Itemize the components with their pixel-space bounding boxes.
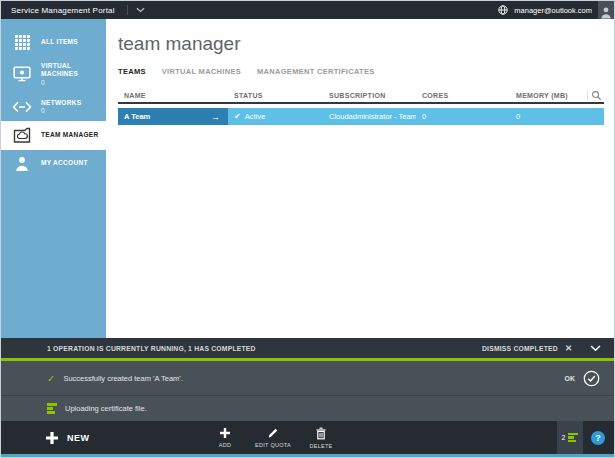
table-header: NAME STATUS SUBSCRIPTION CORES MEMORY (M… — [118, 89, 604, 104]
edit-quota-label: EDIT QUOTA — [255, 442, 291, 448]
notification-progress: Uploading certificate file. — [1, 396, 614, 421]
command-bar: NEW ADD EDIT QUOTA DELETE 2 ? — [1, 421, 614, 454]
column-header-status[interactable]: STATUS — [228, 92, 323, 99]
sidebar-item-label: TEAM MANAGER — [41, 131, 98, 139]
command-group: ADD EDIT QUOTA DELETE — [204, 421, 342, 454]
page-title: team manager — [118, 33, 604, 55]
delete-button[interactable]: DELETE — [300, 427, 342, 449]
plus-icon — [45, 431, 59, 445]
tab-management-certificates[interactable]: MANAGEMENT CERTIFICATES — [257, 67, 375, 76]
check-icon: ✔ — [234, 112, 241, 121]
operations-summary: 1 OPERATION IS CURRENTLY RUNNING, 1 HAS … — [47, 345, 256, 352]
row-name-cell: A Team → — [118, 108, 228, 125]
tab-teams[interactable]: TEAMS — [118, 67, 146, 76]
column-header-name[interactable]: NAME — [118, 92, 228, 99]
service-management-portal-window: Service Management Portal manager@outloo… — [0, 0, 615, 458]
collapse-chevron-icon[interactable] — [590, 345, 601, 352]
main-content: team manager TEAMS VIRTUAL MACHINES MANA… — [106, 19, 614, 338]
sidebar: ALL ITEMS VIRTUAL MACHINES 0 NETWORKS — [1, 19, 106, 338]
row-arrow-icon[interactable]: → — [211, 112, 220, 122]
column-header-cores[interactable]: CORES — [416, 92, 510, 99]
bottom-accent-strip — [1, 454, 614, 457]
network-brackets-icon — [12, 101, 32, 113]
person-icon — [600, 6, 612, 19]
operations-count-button[interactable]: 2 — [557, 421, 583, 454]
table-row[interactable]: A Team → ✔ Active Cloudadministrator - T… — [118, 108, 604, 125]
person-icon — [12, 156, 32, 171]
sidebar-item-my-account[interactable]: MY ACCOUNT — [1, 150, 106, 177]
sidebar-item-count: 0 — [41, 79, 102, 87]
tab-virtual-machines[interactable]: VIRTUAL MACHINES — [162, 67, 241, 76]
column-header-memory[interactable]: MEMORY (MB) — [510, 92, 587, 99]
user-email[interactable]: manager@outlook.com — [514, 6, 592, 15]
status-text: Active — [245, 112, 265, 121]
notification-success: ✓ Successfully created team 'A Team'. OK — [1, 361, 614, 396]
help-button[interactable]: ? — [591, 431, 605, 445]
globe-icon — [498, 5, 508, 15]
clipboard-cloud-icon — [12, 127, 32, 144]
plus-icon — [219, 427, 231, 439]
ok-button[interactable]: OK — [565, 370, 601, 387]
operations-count: 2 — [562, 434, 566, 441]
topbar-divider — [127, 5, 128, 15]
ok-label: OK — [565, 375, 576, 382]
row-spacer-cell — [587, 108, 604, 125]
row-subscription-cell: Cloudadministrator - Team Mana... — [323, 108, 416, 125]
avatar[interactable] — [598, 1, 614, 19]
column-header-subscription[interactable]: SUBSCRIPTION — [323, 92, 416, 99]
operations-bar: 1 OPERATION IS CURRENTLY RUNNING, 1 HAS … — [1, 338, 614, 358]
row-status-cell: ✔ Active — [228, 108, 323, 125]
dismiss-completed-button[interactable]: DISMISS COMPLETED ✕ — [482, 343, 572, 353]
chevron-down-icon — [136, 7, 145, 13]
sidebar-item-count: 0 — [41, 107, 81, 115]
portal-menu-chevron[interactable] — [136, 7, 145, 13]
sidebar-item-label: NETWORKS — [41, 99, 81, 107]
ok-circle-check-icon — [583, 370, 600, 387]
team-name: A Team — [124, 112, 150, 121]
monitor-icon — [12, 66, 32, 82]
row-memory-cell: 0 — [510, 108, 587, 125]
body: ALL ITEMS VIRTUAL MACHINES 0 NETWORKS — [1, 19, 614, 338]
sidebar-item-label: ALL ITEMS — [41, 38, 78, 46]
new-button[interactable]: NEW — [1, 431, 90, 445]
sidebar-item-team-manager[interactable]: TEAM MANAGER — [1, 121, 106, 150]
tab-bar: TEAMS VIRTUAL MACHINES MANAGEMENT CERTIF… — [118, 67, 604, 76]
grid-icon — [12, 35, 32, 50]
edit-quota-button[interactable]: EDIT QUOTA — [252, 427, 294, 448]
row-cores-cell: 0 — [416, 108, 510, 125]
add-label: ADD — [219, 442, 232, 448]
notification-message: Successfully created team 'A Team'. — [63, 374, 182, 383]
running-operation-icon — [568, 433, 578, 443]
success-check-icon: ✓ — [47, 373, 55, 384]
delete-label: DELETE — [309, 443, 332, 449]
running-operation-icon — [47, 403, 57, 414]
dismiss-completed-label: DISMISS COMPLETED — [482, 345, 558, 352]
portal-title: Service Management Portal — [11, 6, 115, 15]
trash-icon — [315, 427, 327, 440]
topbar-account-area: manager@outlook.com — [498, 1, 614, 19]
command-bar-right: 2 ? — [557, 421, 614, 454]
sidebar-item-label: VIRTUAL MACHINES — [41, 62, 102, 79]
new-label: NEW — [67, 433, 90, 443]
pencil-icon — [267, 427, 279, 439]
sidebar-item-networks[interactable]: NETWORKS 0 — [1, 93, 106, 121]
search-icon — [591, 90, 602, 101]
sidebar-item-all-items[interactable]: ALL ITEMS — [1, 29, 106, 56]
notification-message: Uploading certificate file. — [65, 404, 147, 413]
sidebar-item-virtual-machines[interactable]: VIRTUAL MACHINES 0 — [1, 56, 106, 93]
top-bar: Service Management Portal manager@outloo… — [1, 1, 614, 19]
close-icon: ✕ — [565, 343, 572, 353]
operations-bar-actions: DISMISS COMPLETED ✕ — [482, 343, 601, 353]
search-button[interactable] — [587, 90, 604, 101]
add-button[interactable]: ADD — [204, 427, 246, 448]
sidebar-item-label: MY ACCOUNT — [41, 159, 88, 167]
